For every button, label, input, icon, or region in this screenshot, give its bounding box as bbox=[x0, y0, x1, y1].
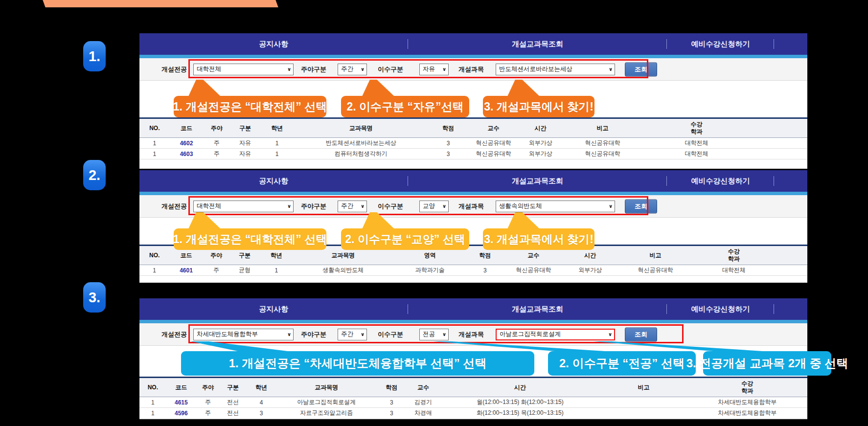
column-header: 시간 bbox=[440, 378, 600, 397]
course-select[interactable]: 생활속의반도체 ∨ bbox=[496, 201, 615, 212]
course-code-link[interactable]: 4615 bbox=[166, 397, 196, 408]
table-cell: 차세대반도체융합학부 bbox=[687, 397, 807, 408]
callout-step1: 1. 개설전공은 “대학전체” 선택 bbox=[174, 96, 326, 117]
pointer-triangle bbox=[188, 80, 221, 96]
table-cell: 주 bbox=[203, 149, 230, 159]
filter-bar: 개설전공 차세대반도체융합학부 ∨ 주야구분 주간 ∨ 이수구분 전공 ∨ 개설… bbox=[139, 323, 807, 346]
column-header: 주야 bbox=[196, 378, 220, 397]
table-cell: 혁신공유대학 bbox=[562, 149, 643, 159]
column-header: 수강학과 bbox=[643, 118, 750, 138]
table-cell: 1 bbox=[139, 149, 170, 159]
table-cell: 대학전체 bbox=[643, 138, 750, 149]
column-header: 교수 bbox=[407, 378, 440, 397]
daynight-select[interactable]: 주간 ∨ bbox=[338, 201, 367, 212]
step-3-badge: 3. bbox=[83, 282, 106, 313]
table-cell: 4 bbox=[246, 397, 276, 408]
major-select-value: 대학전체 bbox=[197, 202, 221, 210]
table-cell: 외부가상 bbox=[564, 265, 617, 276]
chevron-down-icon: ∨ bbox=[361, 332, 365, 337]
table-cell: 1 bbox=[139, 138, 170, 149]
category-select[interactable]: 자유 ∨ bbox=[419, 64, 449, 75]
pointer-triangle bbox=[507, 80, 540, 96]
tab-course-search[interactable]: 개설교과목조회 bbox=[408, 33, 667, 55]
tab-notice[interactable]: 공지사항 bbox=[139, 298, 408, 320]
table-cell: 3 bbox=[467, 265, 503, 276]
major-select[interactable]: 대학전체 ∨ bbox=[193, 201, 294, 212]
table-cell: 차세대반도체융합학부 bbox=[687, 408, 807, 419]
major-select[interactable]: 대학전체 ∨ bbox=[193, 64, 294, 75]
chevron-down-icon: ∨ bbox=[442, 332, 446, 337]
category-select[interactable]: 교양 ∨ bbox=[419, 201, 449, 212]
daynight-select[interactable]: 주간 ∨ bbox=[338, 64, 367, 75]
nav-filler bbox=[774, 298, 807, 320]
daynight-select[interactable]: 주간 ∨ bbox=[338, 329, 367, 340]
table-cell: 아날로그집적회로설계 bbox=[276, 397, 377, 408]
table-row: 14596주전선3자료구조와알고리즘3차경애화(12:00~13:15) 목(1… bbox=[139, 408, 807, 419]
table-cell: 컴퓨터처럼생각하기 bbox=[294, 149, 428, 159]
major-select-value: 대학전체 bbox=[197, 65, 221, 73]
column-header: 비고 bbox=[617, 246, 694, 265]
chevron-down-icon: ∨ bbox=[287, 332, 291, 337]
table-cell: 1 bbox=[260, 265, 293, 276]
search-button[interactable]: 조회 bbox=[625, 327, 657, 341]
column-header: 구분 bbox=[220, 378, 247, 397]
nav-filler bbox=[774, 33, 807, 55]
step-1-screenshot-panel: 공지사항 개설교과목조회 예비수강신청하기 개설전공 대학전체 ∨ 주야구분 주… bbox=[139, 33, 807, 169]
nav-accent-strip bbox=[139, 55, 807, 58]
table-cell: 1 bbox=[139, 265, 169, 276]
course-code-link[interactable]: 4603 bbox=[170, 149, 204, 159]
table-cell: 주 bbox=[196, 408, 220, 419]
course-select[interactable]: 아날로그집적회로설계 ∨ bbox=[496, 329, 615, 340]
column-header: 교과목명 bbox=[294, 118, 428, 138]
table-row: 14615주전선4아날로그집적회로설계3김경기월(12:00~13:15) 화(… bbox=[139, 397, 807, 408]
course-select-value: 아날로그집적회로설계 bbox=[500, 330, 561, 338]
chevron-down-icon: ∨ bbox=[361, 67, 365, 72]
course-select-value: 생활속의반도체 bbox=[499, 202, 542, 210]
course-label: 개설과목 bbox=[458, 65, 484, 74]
callout-step3: 3. 개설과목에서 찾기! bbox=[483, 228, 594, 250]
daynight-select-value: 주간 bbox=[341, 65, 353, 73]
category-select[interactable]: 전공 ∨ bbox=[419, 329, 449, 340]
chevron-down-icon: ∨ bbox=[442, 67, 446, 72]
table-cell: 자유 bbox=[230, 138, 260, 149]
top-orange-banner bbox=[43, 0, 278, 7]
tab-preregister[interactable]: 예비수강신청하기 bbox=[667, 298, 774, 320]
tab-preregister[interactable]: 예비수강신청하기 bbox=[667, 170, 774, 192]
tab-notice[interactable]: 공지사항 bbox=[139, 170, 408, 192]
column-header: NO. bbox=[139, 246, 169, 265]
column-header: 주야 bbox=[203, 118, 230, 138]
step-1-badge: 1. bbox=[83, 41, 106, 71]
tab-notice[interactable]: 공지사항 bbox=[139, 33, 408, 55]
column-header: 학점 bbox=[377, 378, 407, 397]
course-code-link[interactable]: 4596 bbox=[166, 408, 196, 419]
tab-preregister[interactable]: 예비수강신청하기 bbox=[667, 33, 774, 55]
table-cell: 혁신공유대학 bbox=[617, 265, 694, 276]
table-cell: 월(12:00~13:15) 화(12:00~13:15) bbox=[440, 397, 600, 408]
course-select[interactable]: 반도체센서로바라보는세상 ∨ bbox=[496, 64, 615, 75]
callout-step1: 1. 개설전공은 “차세대반도체융합학부 선택” 선택 bbox=[181, 351, 534, 376]
tab-course-search[interactable]: 개설교과목조회 bbox=[408, 298, 667, 320]
column-header: 교과목명 bbox=[276, 378, 377, 397]
course-code-link[interactable]: 4602 bbox=[170, 138, 204, 149]
column-header bbox=[774, 246, 807, 265]
table-cell: 3 bbox=[246, 408, 276, 419]
category-select-value: 전공 bbox=[423, 330, 435, 338]
major-label: 개설전공 bbox=[161, 202, 187, 211]
column-header: 시간 bbox=[519, 118, 562, 138]
course-label: 개설과목 bbox=[458, 330, 484, 339]
chevron-down-icon: ∨ bbox=[609, 67, 613, 72]
pointer-triangle bbox=[362, 80, 394, 96]
course-code-link[interactable]: 4601 bbox=[169, 265, 203, 276]
table-cell: 균형 bbox=[229, 265, 259, 276]
major-select[interactable]: 차세대반도체융합학부 ∨ bbox=[193, 329, 294, 340]
table-cell: 3 bbox=[377, 408, 407, 419]
table-cell: 혁신공유대학 bbox=[503, 265, 564, 276]
chevron-down-icon: ∨ bbox=[442, 203, 446, 209]
column-header: 학점 bbox=[428, 118, 468, 138]
table-cell: 외부가상 bbox=[519, 149, 562, 159]
table-cell bbox=[750, 138, 807, 149]
search-button[interactable]: 조회 bbox=[625, 62, 657, 76]
search-button[interactable]: 조회 bbox=[625, 199, 657, 213]
tab-course-search[interactable]: 개설교과목조회 bbox=[408, 170, 667, 192]
column-header: 수강학과 bbox=[694, 246, 774, 265]
